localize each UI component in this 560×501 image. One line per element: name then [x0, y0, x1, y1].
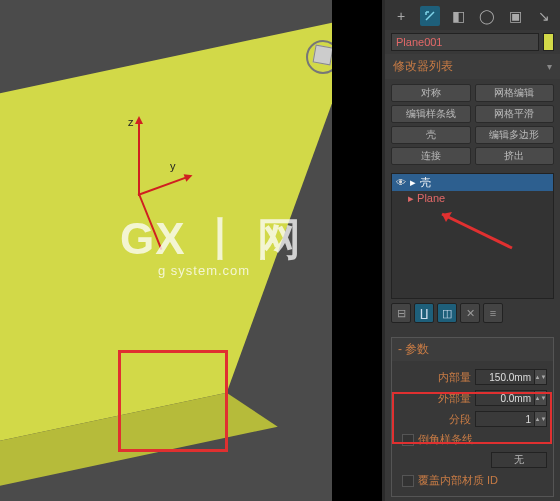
mod-btn-0[interactable]: 对称: [391, 84, 471, 102]
override-matid-checkbox[interactable]: [402, 475, 414, 487]
eye-icon[interactable]: 👁: [396, 177, 406, 188]
outer-amount-label: 外部量: [438, 391, 471, 406]
modifier-buttons: 对称 网格编辑 编辑样条线 网格平滑 壳 编辑多边形 连接 挤出: [385, 79, 560, 171]
mod-btn-2[interactable]: 编辑样条线: [391, 105, 471, 123]
mod-btn-5[interactable]: 编辑多边形: [475, 126, 555, 144]
make-unique-icon[interactable]: ◫: [437, 303, 457, 323]
hierarchy-tab-icon[interactable]: ◧: [448, 6, 468, 26]
segments-spinner[interactable]: ▲▼: [535, 411, 547, 427]
viewcube[interactable]: [302, 36, 332, 78]
show-end-result-icon[interactable]: ∐: [414, 303, 434, 323]
pin-stack-icon[interactable]: ⊟: [391, 303, 411, 323]
object-name-input[interactable]: [391, 33, 539, 51]
stack-item-shell-label: 壳: [420, 175, 431, 190]
axis-z[interactable]: [138, 118, 140, 196]
segments-input[interactable]: [475, 411, 535, 427]
mod-btn-4[interactable]: 壳: [391, 126, 471, 144]
chevron-down-icon: ▾: [547, 61, 552, 72]
modifier-stack[interactable]: 👁 ▸ 壳 ▸ Plane: [391, 173, 554, 299]
create-tab-icon[interactable]: +: [391, 6, 411, 26]
mod-btn-7[interactable]: 挤出: [475, 147, 555, 165]
mod-btn-1[interactable]: 网格编辑: [475, 84, 555, 102]
viewport-border: [332, 0, 382, 501]
stack-item-plane[interactable]: ▸ Plane: [392, 191, 553, 206]
modifier-list-dropdown[interactable]: 修改器列表 ▾: [385, 54, 560, 79]
modifier-list-label: 修改器列表: [393, 58, 453, 75]
command-panel-tabs: + ◧ ◯ ▣ ↘: [385, 0, 560, 30]
modify-tab-icon[interactable]: [420, 6, 440, 26]
inner-amount-label: 内部量: [438, 370, 471, 385]
annotation-box-corner: [118, 350, 228, 452]
mod-btn-3[interactable]: 网格平滑: [475, 105, 555, 123]
axis-y-label: y: [170, 160, 176, 172]
bevel-edges-checkbox[interactable]: [402, 434, 414, 446]
inner-amount-input[interactable]: [475, 369, 535, 385]
mod-btn-6[interactable]: 连接: [391, 147, 471, 165]
utilities-tab-icon[interactable]: ↘: [534, 6, 554, 26]
axis-z-label: z: [128, 116, 134, 128]
viewport[interactable]: z y GX 丨 网 g system.com: [0, 0, 332, 501]
display-tab-icon[interactable]: ▣: [505, 6, 525, 26]
stack-toolbar: ⊟ ∐ ◫ ✕ ≡: [385, 299, 560, 327]
remove-modifier-icon[interactable]: ✕: [460, 303, 480, 323]
rollout-header[interactable]: - 参数: [392, 338, 553, 361]
segments-label: 分段: [449, 412, 471, 427]
parameters-rollout: - 参数 内部量 ▲▼ 外部量 ▲▼ 分段 ▲▼ 倒角样条线: [391, 337, 554, 497]
motion-tab-icon[interactable]: ◯: [477, 6, 497, 26]
bevel-spline-picker[interactable]: 无: [491, 452, 547, 468]
stack-item-shell[interactable]: 👁 ▸ 壳: [392, 174, 553, 191]
configure-sets-icon[interactable]: ≡: [483, 303, 503, 323]
bevel-edges-label: 倒角样条线: [418, 432, 473, 447]
outer-amount-spinner[interactable]: ▲▼: [535, 390, 547, 406]
command-panel: + ◧ ◯ ▣ ↘ 修改器列表 ▾ 对称 网格编辑 编辑样条线 网格平滑 壳 编…: [385, 0, 560, 501]
override-matid-label: 覆盖内部材质 ID: [418, 473, 498, 488]
outer-amount-input[interactable]: [475, 390, 535, 406]
inner-amount-spinner[interactable]: ▲▼: [535, 369, 547, 385]
object-color-swatch[interactable]: [543, 33, 554, 51]
